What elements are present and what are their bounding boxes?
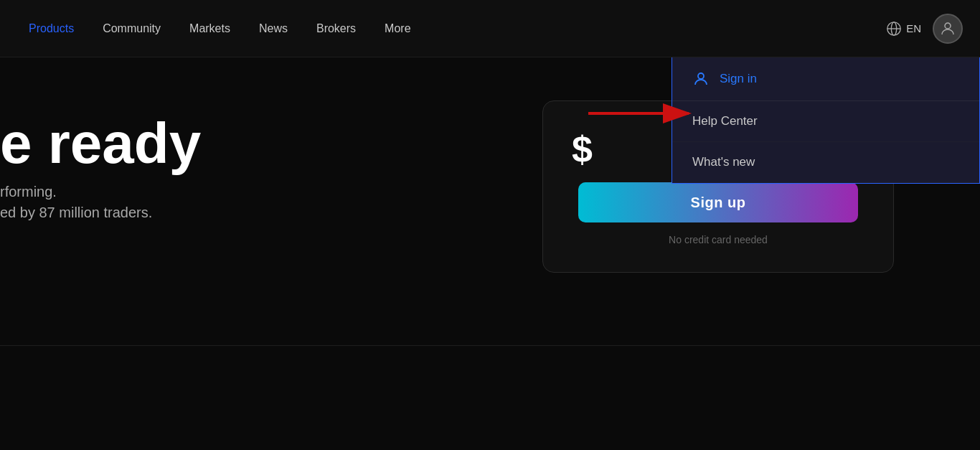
hero-subtitle: rforming. bbox=[0, 184, 201, 200]
hero-subtitle2: ed by 87 million traders. bbox=[0, 205, 201, 221]
hero-title: e ready bbox=[0, 115, 201, 172]
language-selector[interactable]: EN bbox=[886, 21, 921, 37]
nav-item-news[interactable]: News bbox=[248, 17, 299, 41]
user-avatar-icon bbox=[939, 20, 956, 37]
sign-in-label: Sign in bbox=[720, 72, 757, 86]
nav-item-products[interactable]: Products bbox=[17, 17, 85, 41]
help-center-label: Help Center bbox=[692, 114, 758, 128]
whats-new-label: What's new bbox=[692, 155, 755, 169]
language-label: EN bbox=[906, 22, 921, 34]
sign-in-item[interactable]: Sign in bbox=[672, 57, 979, 101]
signup-button[interactable]: Sign up bbox=[578, 182, 858, 222]
user-dropdown: Sign in Help Center What's new bbox=[672, 57, 980, 184]
bottom-divider bbox=[0, 345, 980, 346]
dollar-sign: $ bbox=[572, 128, 593, 171]
svg-point-4 bbox=[698, 73, 704, 79]
nav-item-brokers[interactable]: Brokers bbox=[305, 17, 367, 41]
no-credit-text: No credit card needed bbox=[669, 234, 768, 245]
header: Products Community Markets News Brokers … bbox=[0, 0, 980, 57]
sign-in-icon bbox=[692, 70, 710, 88]
globe-icon bbox=[886, 21, 902, 37]
user-avatar-button[interactable] bbox=[933, 14, 963, 44]
hero-section: e ready rforming. ed by 87 million trade… bbox=[0, 115, 201, 221]
main-nav: Products Community Markets News Brokers … bbox=[17, 17, 886, 41]
nav-item-markets[interactable]: Markets bbox=[178, 17, 242, 41]
svg-point-3 bbox=[945, 23, 951, 29]
whats-new-item[interactable]: What's new bbox=[672, 142, 979, 183]
nav-item-community[interactable]: Community bbox=[91, 17, 172, 41]
nav-item-more[interactable]: More bbox=[373, 17, 422, 41]
help-center-item[interactable]: Help Center bbox=[672, 101, 979, 142]
header-right: EN bbox=[886, 14, 963, 44]
